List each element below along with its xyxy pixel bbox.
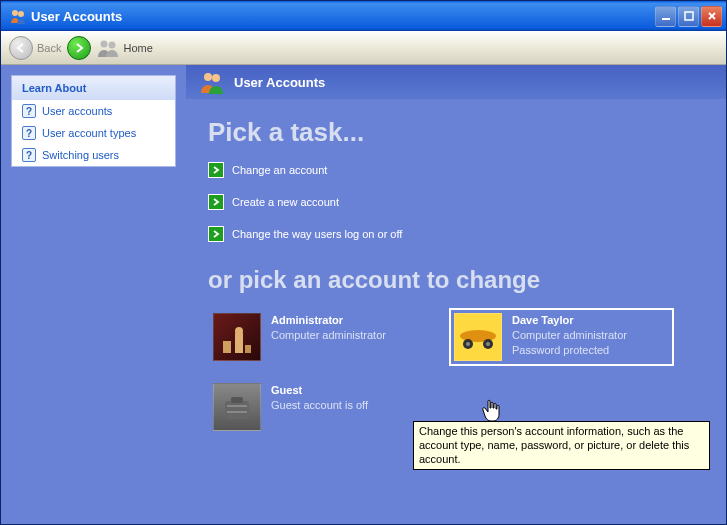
titlebar: User Accounts (1, 1, 726, 31)
window-title: User Accounts (31, 9, 655, 24)
learn-item-switching-users[interactable]: ? Switching users (12, 144, 175, 166)
account-picture (213, 313, 261, 361)
main-header-title: User Accounts (234, 75, 325, 90)
svg-rect-19 (227, 405, 247, 407)
pick-task-heading: Pick a task... (208, 117, 704, 148)
svg-rect-3 (685, 12, 693, 20)
learn-item-user-account-types[interactable]: ? User account types (12, 122, 175, 144)
back-label: Back (37, 42, 61, 54)
account-guest[interactable]: Guest Guest account is off (208, 378, 433, 436)
account-info: Administrator Computer administrator (271, 313, 386, 361)
svg-point-4 (101, 40, 108, 47)
go-arrow-icon (208, 162, 224, 178)
forward-button[interactable] (67, 36, 91, 60)
account-type: Computer administrator (271, 328, 386, 343)
learn-about-panel: Learn About ? User accounts ? User accou… (11, 75, 176, 167)
task-label: Change an account (232, 164, 327, 176)
account-name: Guest (271, 383, 368, 398)
svg-point-10 (235, 327, 243, 335)
task-list: Change an account Create a new account C… (208, 162, 704, 242)
go-arrow-icon (208, 194, 224, 210)
account-type: Computer administrator (512, 328, 627, 343)
svg-rect-8 (223, 341, 231, 353)
task-change-logon[interactable]: Change the way users log on or off (208, 226, 704, 242)
sidebar: Learn About ? User accounts ? User accou… (1, 65, 186, 524)
account-info: Guest Guest account is off (271, 383, 368, 431)
toolbar: Back Home (1, 31, 726, 65)
svg-rect-20 (227, 411, 247, 413)
minimize-button[interactable] (655, 6, 676, 27)
svg-point-5 (109, 41, 116, 48)
learn-item-label: Switching users (42, 149, 119, 161)
task-label: Change the way users log on or off (232, 228, 402, 240)
home-label: Home (123, 42, 152, 54)
svg-point-1 (18, 11, 24, 17)
account-status: Guest account is off (271, 398, 368, 413)
account-name: Dave Taylor (512, 313, 627, 328)
svg-point-0 (12, 10, 18, 16)
tooltip: Change this person's account information… (413, 421, 710, 470)
svg-point-16 (486, 342, 490, 346)
svg-rect-18 (231, 397, 243, 403)
account-status: Password protected (512, 343, 627, 358)
people-icon (97, 39, 119, 57)
account-administrator[interactable]: Administrator Computer administrator (208, 308, 433, 366)
account-info: Dave Taylor Computer administrator Passw… (512, 313, 627, 361)
users-header-icon (200, 70, 224, 94)
hand-cursor-icon (482, 399, 502, 423)
users-icon (10, 8, 26, 24)
svg-point-6 (204, 73, 212, 81)
svg-point-7 (212, 74, 220, 82)
close-button[interactable] (701, 6, 722, 27)
task-create-account[interactable]: Create a new account (208, 194, 704, 210)
task-label: Create a new account (232, 196, 339, 208)
account-list: Administrator Computer administrator Dav… (208, 308, 704, 436)
learn-item-label: User account types (42, 127, 136, 139)
back-button: Back (9, 36, 61, 60)
help-icon: ? (22, 104, 36, 118)
maximize-button[interactable] (678, 6, 699, 27)
back-arrow-icon (9, 36, 33, 60)
window-buttons (655, 6, 722, 27)
task-change-account[interactable]: Change an account (208, 162, 704, 178)
learn-item-user-accounts[interactable]: ? User accounts (12, 100, 175, 122)
svg-point-15 (466, 342, 470, 346)
learn-item-label: User accounts (42, 105, 112, 117)
svg-rect-11 (245, 345, 251, 353)
learn-about-heading: Learn About (12, 76, 175, 100)
go-arrow-icon (208, 226, 224, 242)
svg-rect-9 (235, 333, 243, 353)
svg-rect-2 (662, 18, 670, 20)
pick-account-heading: or pick an account to change (208, 266, 704, 294)
help-icon: ? (22, 126, 36, 140)
account-name: Administrator (271, 313, 386, 328)
main-header: User Accounts (186, 65, 726, 99)
help-icon: ? (22, 148, 36, 162)
home-button[interactable]: Home (97, 39, 152, 57)
account-picture (213, 383, 261, 431)
account-picture (454, 313, 502, 361)
svg-rect-17 (225, 401, 249, 419)
account-dave-taylor[interactable]: Dave Taylor Computer administrator Passw… (449, 308, 674, 366)
